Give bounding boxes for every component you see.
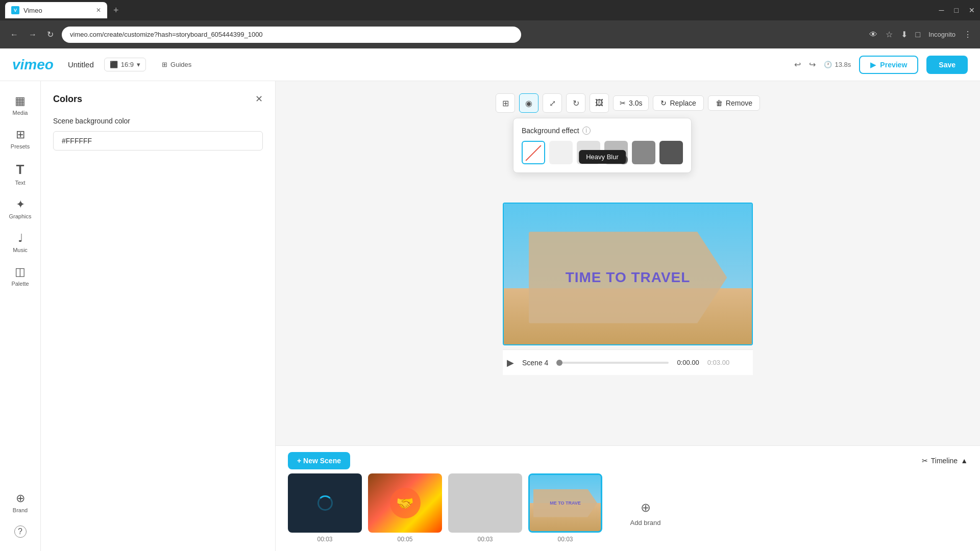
sidebar-item-label: Media bbox=[13, 110, 28, 116]
video-canvas[interactable]: TIME TO TRAVEL bbox=[503, 203, 753, 345]
scene-time-total: 0:03.00 bbox=[707, 359, 729, 366]
scene-image-3[interactable] bbox=[448, 473, 522, 533]
panel-title: Colors bbox=[53, 94, 82, 105]
info-icon: i bbox=[582, 127, 591, 135]
aspect-ratio-label: 16:9 bbox=[121, 61, 134, 68]
scene-duration-1: 00:03 bbox=[317, 536, 332, 543]
aspect-ratio-button[interactable]: ⬛ 16:9 ▾ bbox=[104, 58, 146, 71]
remove-label: Remove bbox=[726, 99, 752, 107]
bg-effect-popup: Background effect i bbox=[513, 118, 692, 173]
guides-button[interactable]: ⊞ Guides bbox=[156, 58, 197, 71]
brand-icon: ⊕ bbox=[16, 492, 25, 505]
close-window-button[interactable]: ✕ bbox=[969, 6, 975, 14]
new-tab-button[interactable]: + bbox=[113, 5, 119, 16]
menu-icon[interactable]: ⋮ bbox=[964, 30, 972, 39]
browser-tab[interactable]: V Vimeo ✕ bbox=[5, 2, 107, 18]
scene-thumb-2: 🤝 00:05 bbox=[368, 473, 442, 543]
color-wheel-button[interactable]: ◉ bbox=[519, 93, 538, 113]
bg-effect-none[interactable] bbox=[522, 141, 545, 164]
preview-button[interactable]: ▶ Preview bbox=[859, 56, 918, 74]
timeline-icon: ✂ bbox=[922, 457, 928, 465]
extensions-icon[interactable]: □ bbox=[916, 30, 921, 39]
remove-button[interactable]: 🗑 Remove bbox=[708, 95, 760, 111]
media-icon: ▦ bbox=[15, 94, 26, 108]
scene-duration-2: 00:05 bbox=[397, 536, 412, 543]
replace-button[interactable]: ↻ Replace bbox=[653, 95, 703, 111]
scene-progress-dot bbox=[556, 360, 562, 366]
resize-icon: ⤢ bbox=[549, 98, 556, 108]
window-controls[interactable]: ─ □ ✕ bbox=[939, 6, 975, 14]
bg-effect-light[interactable] bbox=[577, 141, 600, 164]
sidebar: ▦ Media ⊞ Presets T Text ✦ Graphics ♩ Mu… bbox=[0, 81, 41, 551]
sidebar-item-label: Graphics bbox=[9, 213, 31, 219]
add-brand-label: Add brand bbox=[630, 519, 661, 527]
refresh-button[interactable]: ↻ bbox=[45, 28, 56, 41]
remove-icon: 🗑 bbox=[716, 99, 723, 107]
presets-icon: ⊞ bbox=[16, 128, 25, 141]
text-icon: T bbox=[16, 162, 24, 178]
clock-icon: 🕐 bbox=[824, 61, 832, 68]
bg-effect-options bbox=[522, 141, 683, 164]
redo-button[interactable]: ↪ bbox=[809, 60, 816, 69]
bg-effect-heavy-blur[interactable] bbox=[604, 141, 628, 164]
bg-effect-very-dark[interactable] bbox=[659, 141, 683, 164]
back-button[interactable]: ← bbox=[8, 28, 20, 41]
scene-progress-bar[interactable] bbox=[556, 362, 669, 364]
sidebar-item-label: Palette bbox=[11, 281, 29, 287]
sidebar-item-text[interactable]: T Text bbox=[2, 157, 39, 191]
bg-effect-title: Background effect i bbox=[522, 127, 683, 135]
image-button[interactable]: 🖼 bbox=[590, 93, 609, 113]
panel-close-button[interactable]: ✕ bbox=[255, 93, 263, 105]
timer: 🕐 13.8s bbox=[824, 61, 851, 68]
sidebar-item-music[interactable]: ♩ Music bbox=[2, 227, 39, 258]
bg-effect-dark[interactable] bbox=[632, 141, 655, 164]
sidebar-item-palette[interactable]: ◫ Palette bbox=[2, 260, 39, 292]
color-value-input[interactable] bbox=[53, 131, 263, 151]
reader-mode-icon[interactable]: 👁 bbox=[869, 30, 877, 39]
minimize-button[interactable]: ─ bbox=[939, 6, 944, 14]
rotate-icon: ↻ bbox=[573, 98, 579, 108]
new-scene-button[interactable]: + New Scene bbox=[288, 452, 350, 469]
vimeo-logo: vimeo bbox=[12, 57, 54, 73]
resize-button[interactable]: ⤢ bbox=[543, 93, 562, 113]
forward-button[interactable]: → bbox=[27, 28, 39, 41]
sidebar-item-graphics[interactable]: ✦ Graphics bbox=[2, 193, 39, 224]
timeline-toggle-button[interactable]: ✂ Timeline ▲ bbox=[922, 457, 968, 465]
address-bar[interactable]: vimeo.com/create/customize?hash=storyboa… bbox=[62, 27, 521, 43]
rotate-button[interactable]: ↻ bbox=[566, 93, 585, 113]
scene-thumb-4: ME TO TRAVE 00:03 bbox=[528, 473, 602, 543]
layout-icon: ⊞ bbox=[502, 98, 509, 108]
play-button[interactable]: ▶ bbox=[507, 357, 514, 368]
timeline-label: Timeline bbox=[931, 457, 958, 465]
undo-button[interactable]: ↩ bbox=[794, 60, 801, 69]
bg-effect-very-light[interactable] bbox=[549, 141, 573, 164]
bookmark-icon[interactable]: ☆ bbox=[886, 30, 893, 39]
sidebar-item-presets[interactable]: ⊞ Presets bbox=[2, 123, 39, 155]
scene-image-2[interactable]: 🤝 bbox=[368, 473, 442, 533]
scene-image-4[interactable]: ME TO TRAVE bbox=[528, 473, 602, 533]
project-title[interactable]: Untitled bbox=[68, 60, 94, 69]
save-button[interactable]: Save bbox=[926, 56, 968, 74]
browser-toolbar-icons: 👁 ☆ ⬇ □ Incognito ⋮ bbox=[869, 30, 972, 39]
panel-header: Colors ✕ bbox=[53, 93, 263, 105]
sidebar-item-brand[interactable]: ⊕ Brand bbox=[2, 487, 39, 518]
section-label: Scene background color bbox=[53, 117, 263, 125]
sidebar-item-help[interactable]: ? bbox=[2, 520, 39, 543]
duration-value: 3.0s bbox=[629, 99, 642, 107]
scissors-icon: ✂ bbox=[620, 99, 626, 107]
grid-icon: ⊞ bbox=[162, 61, 167, 68]
tab-close-button[interactable]: ✕ bbox=[96, 7, 101, 14]
address-text: vimeo.com/create/customize?hash=storyboa… bbox=[70, 31, 263, 38]
scene-image-1[interactable] bbox=[288, 473, 362, 533]
color-input-row bbox=[53, 131, 263, 151]
maximize-button[interactable]: □ bbox=[954, 6, 959, 14]
add-brand-button[interactable]: ⊕ Add brand bbox=[608, 484, 682, 543]
layout-button[interactable]: ⊞ bbox=[496, 93, 515, 113]
duration-button[interactable]: ✂ 3.0s bbox=[613, 95, 649, 111]
scene-thumb-3: 00:03 bbox=[448, 473, 522, 543]
browser-titlebar: V Vimeo ✕ + ─ □ ✕ bbox=[0, 0, 980, 20]
sidebar-item-label: Text bbox=[15, 180, 25, 186]
header-right: ↩ ↪ 🕐 13.8s ▶ Preview Save bbox=[794, 56, 968, 74]
sidebar-item-media[interactable]: ▦ Media bbox=[2, 89, 39, 121]
download-icon[interactable]: ⬇ bbox=[901, 30, 908, 39]
